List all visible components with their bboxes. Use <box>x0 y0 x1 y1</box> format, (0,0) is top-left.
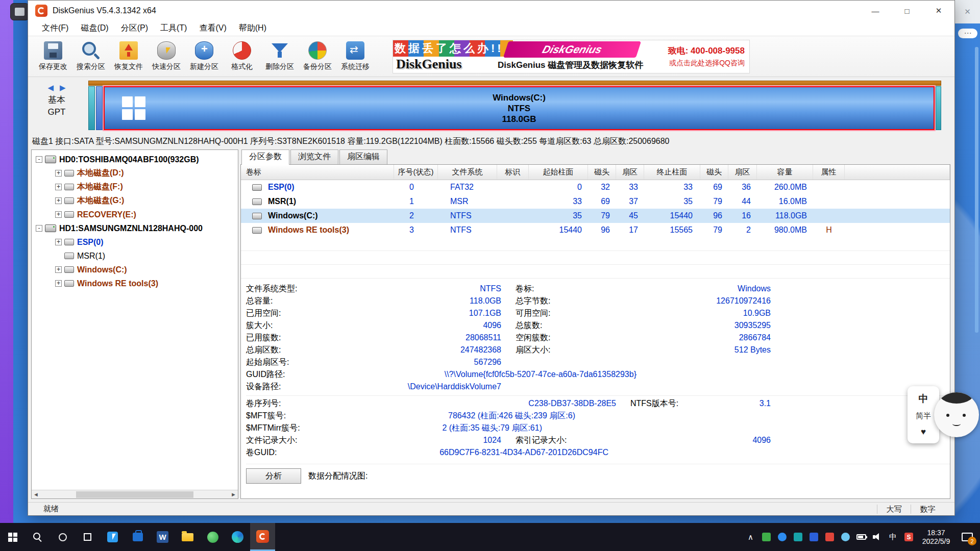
ime-indicator[interactable]: 中 <box>885 532 901 542</box>
tree-item-esp[interactable]: + ESP(0) <box>32 235 238 249</box>
ime-chinese-mode[interactable]: 中 <box>919 392 928 406</box>
col-start-cylinder[interactable]: 起始柱面 <box>529 165 588 180</box>
battery-indicator[interactable] <box>853 534 869 540</box>
tab-sector-edit[interactable]: 扇区编辑 <box>339 149 387 164</box>
hidden-icons-chevron[interactable]: ∧ <box>743 533 758 542</box>
pinned-app-word[interactable]: W <box>150 523 175 551</box>
col-capacity[interactable]: 容量 <box>757 165 813 180</box>
partition-block-esp[interactable] <box>88 86 95 130</box>
tree-item-windows-re-tools[interactable]: + Windows RE tools(3) <box>32 277 238 290</box>
recover-files-button[interactable]: 恢复文件 <box>110 38 148 75</box>
task-view-button[interactable] <box>75 523 100 551</box>
expand-icon[interactable]: + <box>55 184 62 190</box>
tree-item-msr[interactable]: MSR(1) <box>32 249 238 263</box>
col-attr[interactable]: 属性 <box>813 165 845 180</box>
taskbar-diskgenius-active[interactable] <box>250 523 275 551</box>
tray-snowflake[interactable] <box>838 533 853 541</box>
tray-shield[interactable] <box>758 533 774 541</box>
quick-partition-button[interactable]: 快速分区 <box>148 38 185 75</box>
scroll-right-arrow[interactable]: ► <box>231 491 236 497</box>
tree-item-local-g[interactable]: + 本地磁盘(G:) <box>32 194 238 208</box>
tree-horizontal-scrollbar[interactable]: ◄ ► <box>32 490 238 498</box>
menu-partition[interactable]: 分区(P) <box>115 21 154 35</box>
col-volume[interactable]: 卷标 <box>241 165 394 180</box>
notification-center-button[interactable]: 2 <box>955 533 979 541</box>
cortana-button[interactable] <box>50 523 75 551</box>
save-changes-button[interactable]: 保存更改 <box>34 38 72 75</box>
table-row-windows-re-tools[interactable]: Windows RE tools(3) 3 NTFS 15440 96 17 1… <box>241 223 950 237</box>
taskbar-search-button[interactable] <box>25 523 50 551</box>
col-head2[interactable]: 磁头 <box>700 165 728 180</box>
col-flag[interactable]: 标识 <box>497 165 529 180</box>
tab-partition-params[interactable]: 分区参数 <box>241 149 289 165</box>
ad-qq-link[interactable]: 或点击此处选择QQ咨询 <box>669 59 745 68</box>
tray-red-app[interactable] <box>822 533 838 541</box>
tray-sogou[interactable]: S <box>901 533 917 541</box>
col-sector[interactable]: 扇区 <box>616 165 644 180</box>
col-head[interactable]: 磁头 <box>588 165 616 180</box>
col-filesystem[interactable]: 文件系统 <box>438 165 497 180</box>
pinned-app-edge[interactable] <box>225 523 250 551</box>
pinned-app-explorer[interactable] <box>175 523 200 551</box>
table-row-esp[interactable]: ESP(0) 0 FAT32 0 32 33 33 69 36 260.0MB <box>241 180 950 194</box>
expand-icon[interactable]: + <box>55 266 62 273</box>
system-migration-button[interactable]: 系统迁移 <box>336 38 374 75</box>
backup-partition-button[interactable]: 备份分区 <box>299 38 336 75</box>
start-button[interactable] <box>0 523 25 551</box>
delete-partition-button[interactable]: 删除分区 <box>261 38 299 75</box>
tree-item-recovery-e[interactable]: + RECOVERY(E:) <box>32 208 238 221</box>
more-options-pill[interactable]: ⋯ <box>958 29 977 38</box>
menu-disk[interactable]: 磁盘(D) <box>75 21 114 35</box>
expand-icon[interactable]: + <box>55 197 62 204</box>
col-end-cylinder[interactable]: 终止柱面 <box>644 165 700 180</box>
resize-grip[interactable] <box>944 503 954 515</box>
next-disk-arrow[interactable]: ▶ <box>60 83 66 92</box>
scrollbar-thumb[interactable] <box>76 491 194 498</box>
collapse-icon[interactable]: - <box>36 225 42 232</box>
partition-block-windows-c[interactable]: Windows(C:) NTFS 118.0GB <box>104 86 935 130</box>
background-scrollbar[interactable] <box>975 47 978 333</box>
col-seq-status[interactable]: 序号(状态) <box>394 165 438 180</box>
menu-tools[interactable]: 工具(T) <box>155 21 192 35</box>
tree-item-local-f[interactable]: + 本地磁盘(F:) <box>32 180 238 194</box>
tree-item-hd1[interactable]: - HD1:SAMSUNGMZNLN128HAHQ-000 <box>32 221 238 235</box>
col-sector2[interactable]: 扇区 <box>728 165 757 180</box>
volume-indicator[interactable] <box>869 533 885 541</box>
table-row-msr[interactable]: MSR(1) 1 MSR 33 69 37 35 79 44 16.0MB <box>241 194 950 209</box>
expand-icon[interactable]: + <box>55 170 62 177</box>
prev-disk-arrow[interactable]: ◀ <box>47 83 54 92</box>
partition-block-re-tools[interactable] <box>936 86 941 130</box>
collapse-icon[interactable]: - <box>36 156 42 163</box>
ime-simplified-halfwidth[interactable]: 简半 <box>916 411 931 421</box>
pinned-app-green[interactable] <box>200 523 225 551</box>
table-row-windows-c[interactable]: Windows(C:) 2 NTFS 35 79 45 15440 96 16 … <box>241 209 950 223</box>
tree-item-windows-c[interactable]: + Windows(C:) <box>32 263 238 277</box>
pinned-app-lightning[interactable] <box>100 523 125 551</box>
tray-blue-circle[interactable] <box>774 533 790 541</box>
minimize-button[interactable]: — <box>860 1 891 21</box>
scroll-left-arrow[interactable]: ◄ <box>33 491 39 497</box>
tray-blue-app[interactable] <box>806 533 822 541</box>
toolbar-label: 备份分区 <box>303 62 332 71</box>
tab-browse-files[interactable]: 浏览文件 <box>290 149 338 164</box>
clock[interactable]: 18:37 2022/5/9 <box>917 529 955 546</box>
tree-item-local-d[interactable]: + 本地磁盘(D:) <box>32 166 238 180</box>
maximize-button[interactable]: □ <box>891 1 923 21</box>
tray-teal-app[interactable] <box>790 533 806 541</box>
menu-view[interactable]: 查看(V) <box>193 21 232 35</box>
close-button[interactable]: ✕ <box>923 1 954 21</box>
analyze-button[interactable]: 分析 <box>246 468 301 484</box>
heart-icon[interactable]: ♥ <box>921 427 926 437</box>
expand-icon[interactable]: + <box>55 211 62 218</box>
search-partition-button[interactable]: 搜索分区 <box>72 38 110 75</box>
partition-block-msr[interactable] <box>96 86 103 130</box>
menu-file[interactable]: 文件(F) <box>36 21 74 35</box>
pinned-app-store[interactable] <box>125 523 150 551</box>
menu-help[interactable]: 帮助(H) <box>233 21 272 35</box>
tree-item-hd0[interactable]: - HD0:TOSHIBAMQ04ABF100(932GB) <box>32 153 238 166</box>
new-partition-button[interactable]: 新建分区 <box>185 38 223 75</box>
expand-icon[interactable]: + <box>55 280 62 287</box>
format-button[interactable]: 格式化 <box>223 38 261 75</box>
ad-banner[interactable]: 数据丢了怎么办!! DiskGenius DiskGenius DiskGeni… <box>393 40 750 73</box>
expand-icon[interactable]: + <box>55 239 62 245</box>
